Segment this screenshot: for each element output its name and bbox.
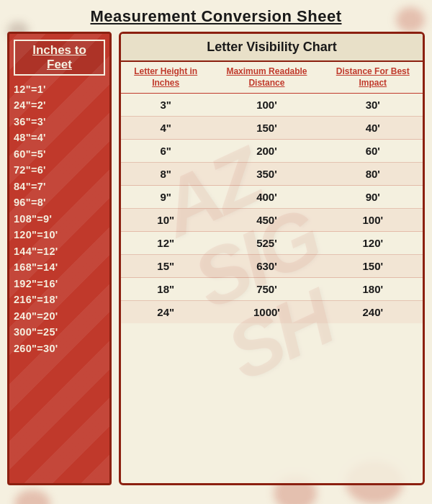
letter-height-cell: 10" [121, 209, 210, 232]
max-distance-cell: 100' [210, 94, 323, 117]
max-distance-cell: 400' [210, 186, 323, 209]
max-distance-cell: 200' [210, 140, 323, 163]
conversion-item: 36"=3' [14, 114, 105, 130]
max-distance-cell: 1000' [210, 301, 323, 324]
table-row: 4"150'40' [121, 117, 423, 140]
table-header-row: Letter Height in InchesMaximum Readable … [121, 62, 423, 94]
letter-height-cell: 24" [121, 301, 210, 324]
conversion-item: 168"=14' [14, 259, 105, 275]
conversion-item: 96"=8' [14, 194, 105, 210]
conversion-item: 24"=2' [14, 97, 105, 113]
max-distance-cell: 750' [210, 278, 323, 301]
conversion-list: 12"=1'24"=2'36"=3'48"=4'60"=5'72"=6'84"=… [14, 81, 105, 356]
right-column: AZSIGSH Letter Visibility Chart Letter H… [119, 32, 425, 485]
visibility-chart-wrapper: Letter Visibility Chart Letter Height in… [119, 32, 425, 485]
table-row: 9"400'90' [121, 186, 423, 209]
table-header-cell: Letter Height in Inches [121, 62, 210, 94]
letter-height-cell: 3" [121, 94, 210, 117]
conversion-item: 260"=30' [14, 341, 105, 356]
conversion-item: 240"=20' [14, 308, 105, 324]
table-row: 18"750'180' [121, 278, 423, 301]
conversion-item: 72"=6' [14, 162, 105, 178]
conversion-item: 108"=9' [14, 211, 105, 227]
max-distance-cell: 525' [210, 232, 323, 255]
best-impact-cell: 240' [323, 301, 423, 324]
table-header-cell: Distance For Best Impact [323, 62, 423, 94]
best-impact-cell: 100' [323, 209, 423, 232]
conversion-item: 216"=18' [14, 292, 105, 307]
letter-height-cell: 15" [121, 255, 210, 278]
best-impact-cell: 30' [323, 94, 423, 117]
letter-height-cell: 8" [121, 163, 210, 186]
max-distance-cell: 450' [210, 209, 323, 232]
letter-height-cell: 18" [121, 278, 210, 301]
table-row: 8"350'80' [121, 163, 423, 186]
best-impact-cell: 60' [323, 140, 423, 163]
best-impact-cell: 90' [323, 186, 423, 209]
best-impact-cell: 120' [323, 232, 423, 255]
letter-height-cell: 4" [121, 117, 210, 140]
best-impact-cell: 180' [323, 278, 423, 301]
best-impact-cell: 80' [323, 163, 423, 186]
table-row: 10"450'100' [121, 209, 423, 232]
table-header-cell: Maximum Readable Distance [210, 62, 323, 94]
best-impact-cell: 40' [323, 117, 423, 140]
letter-height-cell: 6" [121, 140, 210, 163]
max-distance-cell: 350' [210, 163, 323, 186]
table-row: 24"1000'240' [121, 301, 423, 324]
visibility-table: Letter Height in InchesMaximum Readable … [121, 62, 423, 323]
table-row: 15"630'150' [121, 255, 423, 278]
table-row: 6"200'60' [121, 140, 423, 163]
letter-height-cell: 12" [121, 232, 210, 255]
max-distance-cell: 150' [210, 117, 323, 140]
page-wrapper: Measurement Conversion Sheet Inches to F… [0, 0, 432, 504]
conversion-item: 192"=16' [14, 276, 105, 292]
main-content: Inches to Feet 12"=1'24"=2'36"=3'48"=4'6… [7, 32, 425, 485]
table-row: 12"525'120' [121, 232, 423, 255]
left-column: Inches to Feet 12"=1'24"=2'36"=3'48"=4'6… [7, 32, 112, 485]
conversion-item: 60"=5' [14, 146, 105, 162]
visibility-chart-header: Letter Visibility Chart [121, 34, 423, 62]
conversion-item: 48"=4' [14, 130, 105, 145]
conversion-item: 300"=25' [14, 324, 105, 340]
conversion-item: 12"=1' [14, 81, 105, 97]
conversion-item: 120"=10' [14, 227, 105, 243]
max-distance-cell: 630' [210, 255, 323, 278]
best-impact-cell: 150' [323, 255, 423, 278]
conversion-item: 84"=7' [14, 179, 105, 194]
page-title: Measurement Conversion Sheet [7, 7, 425, 26]
conversion-item: 144"=12' [14, 243, 105, 259]
left-section-header: Inches to Feet [14, 40, 105, 76]
letter-height-cell: 9" [121, 186, 210, 209]
table-row: 3"100'30' [121, 94, 423, 117]
